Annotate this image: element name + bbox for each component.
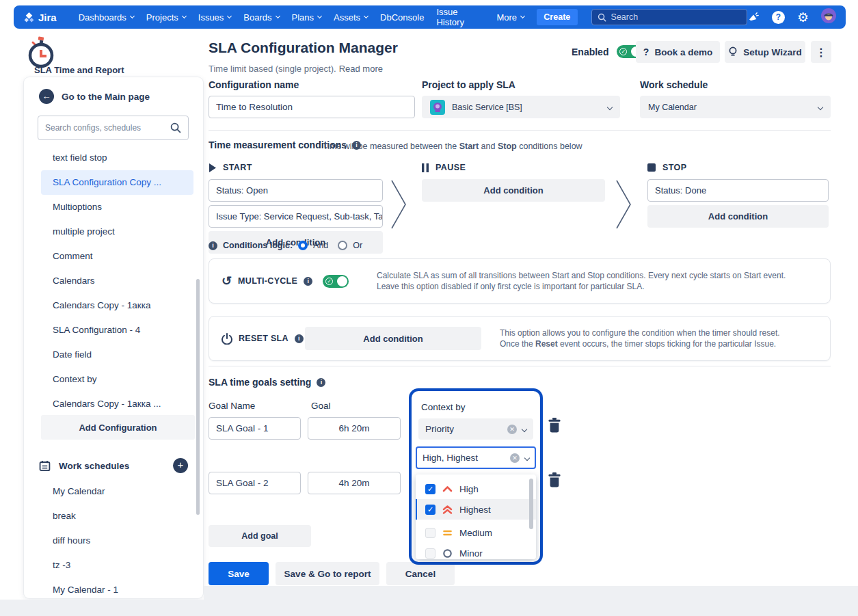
chevron-down-icon [182, 14, 187, 18]
start-condition-item[interactable]: Status: Open [209, 179, 383, 202]
option-medium[interactable]: Medium [416, 522, 536, 543]
add-goal-button[interactable]: Add goal [209, 525, 311, 547]
config-name-input[interactable] [209, 96, 415, 118]
schedule-item[interactable]: break [24, 504, 203, 528]
clear-icon[interactable]: ✕ [510, 453, 520, 463]
chevron-down-icon [364, 14, 368, 18]
nav-item-dbconsole[interactable]: DbConsole [375, 9, 429, 25]
help-icon[interactable]: ? [772, 11, 785, 24]
goal-value-input-1[interactable] [308, 417, 401, 440]
info-icon[interactable]: i [295, 334, 304, 343]
logic-or-radio[interactable] [338, 241, 347, 250]
chevron-down-icon [520, 14, 525, 18]
setup-wizard-button[interactable]: Setup Wizard [725, 41, 805, 63]
stop-add-condition-button[interactable]: Add condition [647, 205, 829, 228]
nav-item-more[interactable]: More [491, 9, 530, 25]
project-label: Project to apply SLA [422, 79, 515, 90]
jira-logo[interactable]: Jira [23, 12, 57, 23]
page-subtitle: Time limit based (single project).Read m… [209, 64, 383, 74]
schedule-item[interactable]: tz -3 [24, 553, 203, 578]
nav-item-assets[interactable]: Assets [328, 9, 373, 25]
chevron-down-icon [317, 14, 322, 18]
project-select[interactable]: Basic Service [BS] [422, 96, 620, 118]
clear-icon[interactable]: ✕ [507, 425, 517, 434]
work-schedules-header: Work schedules + [39, 458, 188, 473]
navbar-icons: ? ⚙ [747, 8, 836, 26]
calendar-icon [39, 460, 51, 472]
question-icon: ? [643, 46, 649, 57]
pause-column-header: PAUSE [422, 163, 466, 172]
checkbox-unchecked[interactable] [425, 548, 435, 559]
book-demo-button[interactable]: ? Book a demo [636, 41, 720, 63]
save-button[interactable]: Save [209, 562, 269, 585]
config-list: text field stop SLA Configuration Copy .… [24, 146, 203, 416]
delete-goal-2-icon[interactable] [548, 472, 561, 487]
reset-add-condition-button[interactable]: Add condition [305, 327, 481, 350]
nav-item-projects[interactable]: Projects [141, 9, 191, 25]
config-item[interactable]: text field stop [24, 146, 203, 170]
goal-name-input-1[interactable] [209, 417, 301, 440]
goal-value-input-2[interactable] [308, 472, 401, 494]
start-condition-item[interactable]: Issue Type: Service Request, Sub-task, T… [209, 205, 383, 228]
stop-condition-item[interactable]: Status: Done [647, 179, 829, 202]
add-schedule-button[interactable]: + [173, 458, 188, 473]
schedule-item[interactable]: diff hours [24, 528, 203, 553]
nav-item-dashboards[interactable]: Dashboards [73, 9, 139, 25]
config-item[interactable]: Calendars [24, 269, 203, 293]
kebab-menu-button[interactable]: ⋮ [811, 41, 831, 63]
enabled-label: Enabled [572, 46, 608, 57]
nav-item-boards[interactable]: Boards [238, 9, 284, 25]
config-item[interactable]: multiple project [24, 219, 203, 244]
cancel-button[interactable]: Cancel [386, 562, 455, 585]
logic-and-radio[interactable] [298, 241, 308, 250]
config-item[interactable]: SLA Configuration - 4 [24, 318, 203, 343]
config-item[interactable]: Multioptions [24, 195, 203, 219]
option-highest[interactable]: ✓ Highest [416, 499, 536, 520]
info-icon[interactable]: i [317, 378, 325, 387]
reset-sla-card: RESET SLA i Add condition This option al… [209, 316, 831, 361]
goal-name-input-2[interactable] [209, 472, 301, 494]
sidebar-search-input[interactable]: Search configs, schedules [38, 116, 189, 140]
schedule-item[interactable]: My Calendar [24, 479, 203, 504]
schedule-item[interactable]: My Calendar - 1 [24, 578, 203, 602]
nav-item-issues[interactable]: Issues [193, 9, 237, 25]
option-high[interactable]: ✓ High [416, 479, 536, 499]
config-item-selected[interactable]: SLA Configuration Copy ... [41, 170, 193, 195]
settings-gear-icon[interactable]: ⚙ [797, 11, 809, 24]
read-more-link[interactable]: Read more [339, 64, 383, 74]
info-icon[interactable]: i [209, 241, 217, 250]
info-icon[interactable]: i [304, 277, 312, 286]
checkbox-unchecked[interactable] [425, 528, 435, 538]
nav-item-plans[interactable]: Plans [286, 9, 327, 25]
stop-column-header: STOP [647, 163, 686, 172]
create-button[interactable]: Create [537, 9, 578, 25]
user-avatar[interactable] [821, 8, 836, 26]
config-item[interactable]: Calendars Copy - 1акка [24, 293, 203, 318]
config-item[interactable]: Comment [24, 244, 203, 269]
config-item[interactable]: Context by [24, 367, 203, 392]
multicycle-label: MULTI-CYCLE [238, 276, 297, 286]
work-schedule-select[interactable]: My Calendar [640, 96, 831, 118]
save-go-report-button[interactable]: Save & Go to report [276, 562, 379, 585]
context-field-select[interactable]: Priority ✕ [418, 418, 533, 440]
multicycle-description: Calculate SLA as sum of all transitions … [377, 270, 786, 292]
config-item[interactable]: Calendars Copy - 1акка ... [24, 392, 203, 416]
option-minor[interactable]: Minor [416, 543, 536, 559]
checkbox-checked[interactable]: ✓ [425, 484, 435, 494]
sidebar-scrollbar[interactable] [196, 279, 200, 515]
reset-sla-label: RESET SLA [239, 334, 289, 343]
go-to-main-page-link[interactable]: ← Go to the Main page [39, 89, 150, 104]
dropdown-scrollbar[interactable] [529, 479, 533, 529]
add-configuration-button[interactable]: Add Configuration [41, 415, 195, 440]
navbar-search-input[interactable]: Search [591, 9, 747, 25]
delete-goal-1-icon[interactable] [548, 418, 561, 433]
page-bottom-strip [204, 586, 858, 616]
megaphone-icon[interactable] [747, 11, 760, 23]
config-item[interactable]: Date field [24, 343, 203, 367]
multicycle-toggle[interactable]: ✓ [323, 275, 349, 288]
context-values-select[interactable]: High, Highest ✕ [416, 446, 536, 469]
checkbox-checked[interactable]: ✓ [425, 505, 435, 515]
nav-item-issue-history[interactable]: Issue History [431, 9, 490, 25]
app-title: SLA Time and Report [34, 65, 124, 75]
pause-add-condition-button[interactable]: Add condition [422, 179, 605, 202]
